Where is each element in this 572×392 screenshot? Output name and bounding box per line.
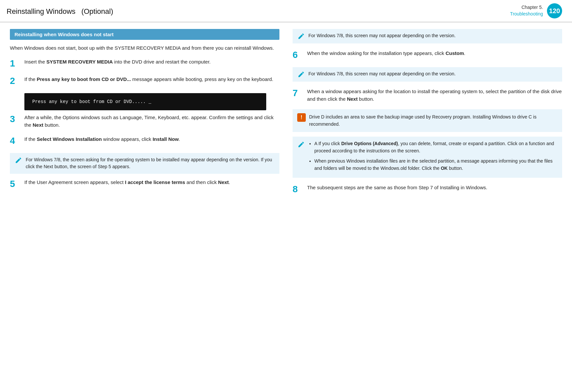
step-7: 7 When a window appears asking for the l… — [293, 88, 562, 103]
step-3-number: 3 — [10, 114, 19, 125]
page-header: Reinstalling Windows (Optional) Chapter … — [0, 0, 572, 22]
note-after-step4: For Windows 7/8, the screen asking for t… — [10, 153, 279, 174]
step-8-content: The subsequent steps are the same as tho… — [307, 184, 487, 191]
page-number: 120 — [547, 3, 562, 18]
main-content: Reinstalling when Windows does not start… — [0, 22, 572, 208]
step-4-content: If the Select Windows Installation windo… — [24, 135, 180, 143]
step-1-content: Insert the SYSTEM RECOVERY MEDIA into th… — [24, 58, 211, 65]
warning-text: Drive D includes an area to save the bac… — [309, 113, 558, 128]
step-2-content: If the Press any key to boot from CD or … — [24, 75, 273, 83]
step-8-number: 8 — [293, 184, 302, 195]
title-main: Reinstalling Windows — [7, 7, 75, 15]
right-column: For Windows 7/8, this screen may not app… — [293, 29, 562, 201]
step-5-content: If the User Agreement screen appears, se… — [24, 178, 230, 186]
chapter-number: Chapter 5. — [510, 4, 543, 11]
step-4-number: 4 — [10, 135, 19, 146]
note-before-step6: For Windows 7/8, this screen may not app… — [293, 29, 562, 43]
chapter-subtitle: Troubleshooting — [510, 11, 543, 17]
step-3: 3 After a while, the Options windows suc… — [10, 114, 279, 129]
step-8: 8 The subsequent steps are the same as t… — [293, 184, 562, 195]
step-1: 1 Insert the SYSTEM RECOVERY MEDIA into … — [10, 58, 279, 69]
step-6-content: When the window asking for the installat… — [307, 49, 465, 57]
intro-text: When Windows does not start, boot up wit… — [10, 44, 279, 52]
left-column: Reinstalling when Windows does not start… — [10, 29, 279, 201]
step-4: 4 If the Select Windows Installation win… — [10, 135, 279, 146]
note-pencil-icon-4 — [297, 141, 305, 148]
step-6-number: 6 — [293, 49, 302, 61]
warning-box: ! Drive D includes an area to save the b… — [293, 109, 562, 132]
note-bullet-list: A If you click Drive Options (Advanced),… — [293, 137, 562, 178]
page-title: Reinstalling Windows (Optional) — [7, 6, 113, 16]
note-pencil-icon-2 — [297, 32, 305, 40]
note-before-step6-text: For Windows 7/8, this screen may not app… — [308, 32, 456, 39]
dos-screen: Press any key to boot from CD or DVD....… — [24, 93, 266, 110]
note-bullet-2: When previous Windows installation files… — [314, 157, 558, 172]
note-pencil-icon — [14, 156, 22, 164]
step-1-number: 1 — [10, 58, 19, 69]
step-5-number: 5 — [10, 178, 19, 190]
step-2: 2 If the Press any key to boot from CD o… — [10, 75, 279, 87]
note-bullet-content: A If you click Drive Options (Advanced),… — [308, 140, 558, 175]
note-bullet-1: A If you click Drive Options (Advanced),… — [314, 140, 558, 155]
section-header-text: Reinstalling when Windows does not start — [14, 32, 114, 37]
step-2-number: 2 — [10, 75, 19, 87]
warning-icon: ! — [297, 113, 306, 122]
step-6: 6 When the window asking for the install… — [293, 49, 562, 61]
step-7-content: When a window appears asking for the loc… — [307, 88, 562, 103]
note-after-step6-text: For Windows 7/8, this screen may not app… — [308, 70, 456, 78]
title-optional: (Optional) — [81, 7, 113, 15]
step-3-content: After a while, the Options windows such … — [24, 114, 279, 129]
dos-text: Press any key to boot from CD or DVD....… — [32, 99, 151, 104]
note-after-step4-text: For Windows 7/8, the screen asking for t… — [26, 156, 275, 170]
section-header: Reinstalling when Windows does not start — [10, 29, 279, 40]
chapter-label: Chapter 5. Troubleshooting — [510, 4, 543, 17]
note-pencil-icon-3 — [297, 70, 305, 78]
step-7-number: 7 — [293, 88, 302, 99]
step-5: 5 If the User Agreement screen appears, … — [10, 178, 279, 190]
note-after-step6: For Windows 7/8, this screen may not app… — [293, 67, 562, 82]
header-right: Chapter 5. Troubleshooting 120 — [510, 3, 562, 18]
